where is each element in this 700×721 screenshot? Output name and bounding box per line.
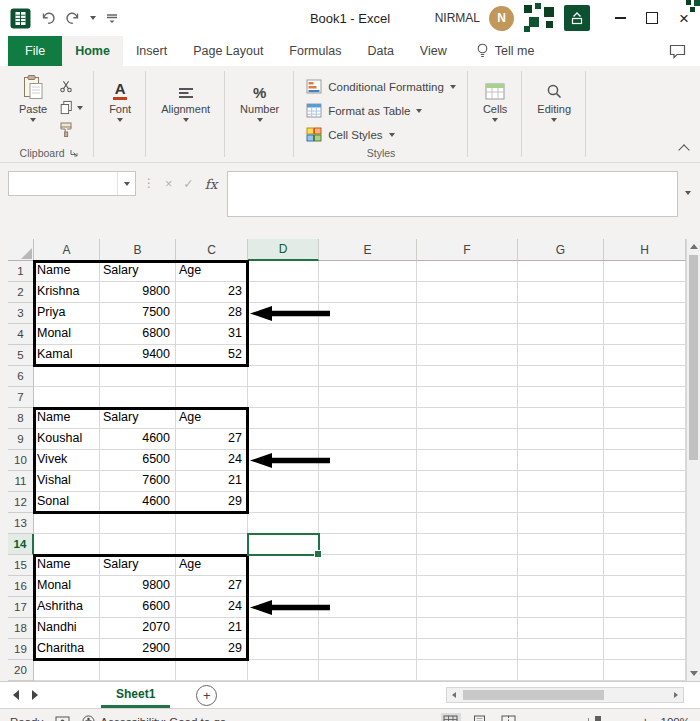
tab-formulas[interactable]: Formulas (276, 36, 354, 66)
cell-D11[interactable] (248, 471, 319, 492)
column-header-A[interactable]: A (34, 239, 100, 261)
cell-H15[interactable] (604, 555, 686, 576)
cell-E3[interactable] (319, 303, 417, 324)
cell-F20[interactable] (417, 660, 518, 681)
select-all-corner[interactable] (8, 239, 34, 261)
cell-H5[interactable] (604, 345, 686, 366)
cell-B17[interactable]: 6600 (100, 597, 176, 618)
cell-B9[interactable]: 4600 (100, 429, 176, 450)
cell-B1[interactable]: Salary (100, 261, 176, 282)
cell-E6[interactable] (319, 366, 417, 387)
cell-E5[interactable] (319, 345, 417, 366)
scroll-right-button[interactable] (669, 692, 683, 698)
cell-D6[interactable] (248, 366, 319, 387)
arrow-annotation-row-10[interactable] (250, 453, 330, 468)
cell-H1[interactable] (604, 261, 686, 282)
zoom-out-button[interactable]: − (528, 714, 536, 721)
cell-C18[interactable]: 21 (176, 618, 248, 639)
normal-view-button[interactable] (441, 713, 461, 721)
cell-A13[interactable] (34, 513, 100, 534)
cell-H19[interactable] (604, 639, 686, 660)
column-header-H[interactable]: H (604, 239, 686, 261)
cell-E9[interactable] (319, 429, 417, 450)
row-header-16[interactable]: 16 (8, 576, 34, 597)
enter-icon[interactable]: ✓ (183, 176, 193, 191)
cell-G16[interactable] (518, 576, 604, 597)
cell-B7[interactable] (100, 387, 176, 408)
cell-E11[interactable] (319, 471, 417, 492)
column-header-F[interactable]: F (417, 239, 518, 261)
cell-A5[interactable]: Kamal (34, 345, 100, 366)
cell-F12[interactable] (417, 492, 518, 513)
cell-B2[interactable]: 9800 (100, 282, 176, 303)
row-header-9[interactable]: 9 (8, 429, 34, 450)
horizontal-scrollbar-thumb[interactable] (463, 690, 604, 700)
row-header-20[interactable]: 20 (8, 660, 34, 681)
cell-H14[interactable] (604, 534, 686, 555)
cut-button[interactable] (55, 76, 87, 95)
row-header-17[interactable]: 17 (8, 597, 34, 618)
cell-A4[interactable]: Monal (34, 324, 100, 345)
row-header-3[interactable]: 3 (8, 303, 34, 324)
column-header-B[interactable]: B (100, 239, 176, 261)
cell-C7[interactable] (176, 387, 248, 408)
cell-B10[interactable]: 6500 (100, 450, 176, 471)
vertical-scrollbar[interactable] (686, 239, 700, 681)
cell-G14[interactable] (518, 534, 604, 555)
ribbon-display-options-button[interactable] (564, 5, 590, 31)
cell-F11[interactable] (417, 471, 518, 492)
row-header-5[interactable]: 5 (8, 345, 34, 366)
cell-C8[interactable]: Age (176, 408, 248, 429)
cells-menu-button[interactable]: Cells (475, 71, 515, 125)
cell-G15[interactable] (518, 555, 604, 576)
cell-F2[interactable] (417, 282, 518, 303)
cell-D5[interactable] (248, 345, 319, 366)
cell-H8[interactable] (604, 408, 686, 429)
sheet-tab-sheet1[interactable]: Sheet1 (101, 682, 170, 708)
cell-C1[interactable]: Age (176, 261, 248, 282)
cell-C11[interactable]: 21 (176, 471, 248, 492)
cell-E18[interactable] (319, 618, 417, 639)
cell-A19[interactable]: Charitha (34, 639, 100, 660)
page-layout-view-button[interactable] (470, 713, 490, 721)
row-header-8[interactable]: 8 (8, 408, 34, 429)
cell-D9[interactable] (248, 429, 319, 450)
cell-A10[interactable]: Vivek (34, 450, 100, 471)
cell-D4[interactable] (248, 324, 319, 345)
column-header-C[interactable]: C (176, 239, 248, 261)
cell-G19[interactable] (518, 639, 604, 660)
cell-H10[interactable] (604, 450, 686, 471)
cell-A16[interactable]: Monal (34, 576, 100, 597)
cell-F13[interactable] (417, 513, 518, 534)
zoom-slider-thumb[interactable] (595, 716, 601, 721)
row-header-4[interactable]: 4 (8, 324, 34, 345)
cell-D18[interactable] (248, 618, 319, 639)
cell-C19[interactable]: 29 (176, 639, 248, 660)
maximize-button[interactable] (636, 0, 668, 36)
scroll-left-button[interactable] (447, 692, 461, 698)
accessibility-status[interactable]: Accessibility: Good to go (82, 715, 226, 721)
formula-bar-grip[interactable]: ⋮ (143, 171, 155, 190)
avatar[interactable]: N (489, 6, 514, 31)
row-header-6[interactable]: 6 (8, 366, 34, 387)
cell-A3[interactable]: Priya (34, 303, 100, 324)
column-header-E[interactable]: E (319, 239, 417, 261)
format-painter-button[interactable] (55, 120, 87, 139)
cell-H12[interactable] (604, 492, 686, 513)
row-header-18[interactable]: 18 (8, 618, 34, 639)
row-header-11[interactable]: 11 (8, 471, 34, 492)
cell-D13[interactable] (248, 513, 319, 534)
cell-C10[interactable]: 24 (176, 450, 248, 471)
comments-icon[interactable] (669, 44, 686, 59)
cell-A18[interactable]: Nandhi (34, 618, 100, 639)
cell-C16[interactable]: 27 (176, 576, 248, 597)
cell-F4[interactable] (417, 324, 518, 345)
macro-record-button[interactable] (55, 716, 70, 721)
cell-E16[interactable] (319, 576, 417, 597)
new-sheet-button[interactable]: + (196, 685, 217, 706)
tell-me-button[interactable]: Tell me (476, 36, 535, 66)
horizontal-scrollbar-track[interactable] (461, 688, 669, 702)
cell-F14[interactable] (417, 534, 518, 555)
cell-A11[interactable]: Vishal (34, 471, 100, 492)
cell-H6[interactable] (604, 366, 686, 387)
